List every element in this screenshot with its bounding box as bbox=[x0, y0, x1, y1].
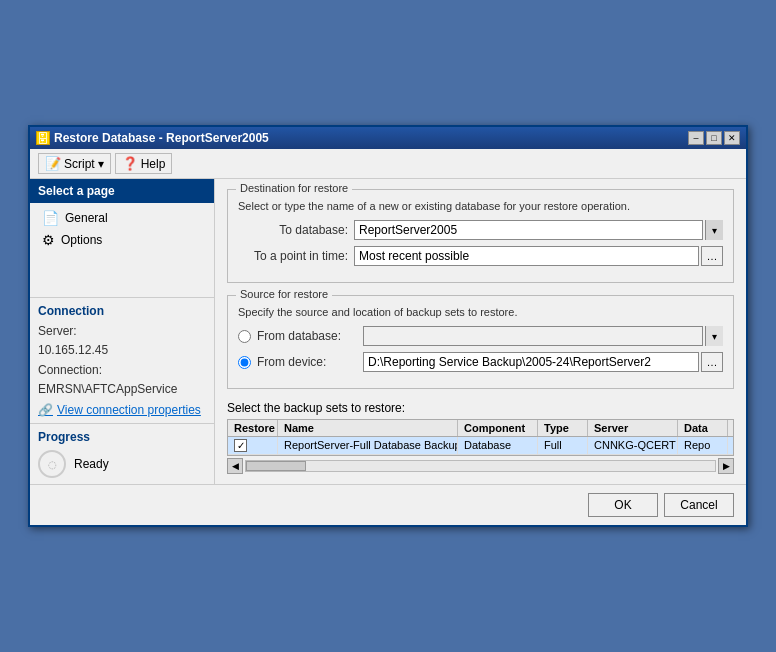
backup-sets-section: Select the backup sets to restore: Resto… bbox=[227, 401, 734, 474]
to-database-row: To database: ReportServer2005 ▾ bbox=[238, 220, 723, 240]
table-header: Restore Name Component Type Server Data bbox=[228, 420, 733, 437]
server-label: Server: bbox=[38, 322, 206, 341]
td-type: Full bbox=[538, 437, 588, 454]
select-page-header: Select a page bbox=[30, 179, 214, 203]
connection-link-label: View connection properties bbox=[57, 403, 201, 417]
th-restore: Restore bbox=[228, 420, 278, 436]
td-data: Repo bbox=[678, 437, 728, 454]
from-database-row: From database: ▾ bbox=[238, 326, 723, 346]
to-database-value: ReportServer2005 bbox=[359, 223, 457, 237]
destination-description: Select or type the name of a new or exis… bbox=[238, 200, 723, 212]
table-body: ReportServer-Full Database Backup Databa… bbox=[228, 437, 733, 455]
from-device-browse-button[interactable]: … bbox=[701, 352, 723, 372]
options-icon: ⚙ bbox=[42, 232, 55, 248]
from-database-dropdown[interactable] bbox=[363, 326, 703, 346]
general-label: General bbox=[65, 211, 108, 225]
to-point-in-time-row: To a point in time: … bbox=[238, 246, 723, 266]
th-name: Name bbox=[278, 420, 458, 436]
window-icon: 🗄 bbox=[36, 131, 50, 145]
from-device-input[interactable] bbox=[363, 352, 699, 372]
connection-label: Connection: bbox=[38, 361, 206, 380]
destination-section: Destination for restore Select or type t… bbox=[227, 189, 734, 283]
source-description: Specify the source and location of backu… bbox=[238, 306, 723, 318]
td-restore bbox=[228, 437, 278, 454]
table-row: ReportServer-Full Database Backup Databa… bbox=[228, 437, 733, 455]
title-bar: 🗄 Restore Database - ReportServer2005 – … bbox=[30, 127, 746, 149]
script-icon: 📝 bbox=[45, 156, 61, 171]
to-point-label: To a point in time: bbox=[238, 249, 348, 263]
title-bar-left: 🗄 Restore Database - ReportServer2005 bbox=[36, 131, 269, 145]
th-data: Data bbox=[678, 420, 728, 436]
scroll-left-arrow[interactable]: ◀ bbox=[227, 458, 243, 474]
left-panel: Select a page 📄 General ⚙ Options Connec… bbox=[30, 179, 215, 484]
progress-status: Ready bbox=[74, 457, 109, 471]
backup-sets-label: Select the backup sets to restore: bbox=[227, 401, 734, 415]
from-database-control: ▾ bbox=[363, 326, 723, 346]
td-component: Database bbox=[458, 437, 538, 454]
from-database-arrow: ▾ bbox=[705, 326, 723, 346]
from-device-radio[interactable] bbox=[238, 356, 251, 369]
connection-panel: Connection Server: 10.165.12.45 Connecti… bbox=[30, 297, 214, 423]
scroll-right-arrow[interactable]: ▶ bbox=[718, 458, 734, 474]
progress-content: ◌ Ready bbox=[38, 450, 206, 478]
general-icon: 📄 bbox=[42, 210, 59, 226]
progress-header: Progress bbox=[38, 430, 206, 444]
maximize-button[interactable]: □ bbox=[706, 131, 722, 145]
content-area: Select a page 📄 General ⚙ Options Connec… bbox=[30, 179, 746, 484]
from-device-control: … bbox=[363, 352, 723, 372]
td-server: CNNKG-QCERT bbox=[588, 437, 678, 454]
from-database-radio[interactable] bbox=[238, 330, 251, 343]
to-database-arrow[interactable]: ▾ bbox=[705, 220, 723, 240]
source-legend: Source for restore bbox=[236, 288, 332, 300]
toolbar: 📝 Script ▾ ❓ Help bbox=[30, 149, 746, 179]
server-value: 10.165.12.45 bbox=[38, 341, 206, 360]
connection-value: EMRSN\AFTCAppService bbox=[38, 380, 206, 399]
destination-legend: Destination for restore bbox=[236, 182, 352, 194]
source-section: Source for restore Specify the source an… bbox=[227, 295, 734, 389]
help-icon: ❓ bbox=[122, 156, 138, 171]
th-server: Server bbox=[588, 420, 678, 436]
help-label: Help bbox=[141, 157, 166, 171]
from-device-row: From device: … bbox=[238, 352, 723, 372]
footer: OK Cancel bbox=[30, 484, 746, 525]
window-title: Restore Database - ReportServer2005 bbox=[54, 131, 269, 145]
scrollbar-track[interactable] bbox=[245, 460, 716, 472]
from-database-label: From database: bbox=[257, 329, 357, 343]
horizontal-scrollbar: ◀ ▶ bbox=[227, 458, 734, 474]
nav-items: 📄 General ⚙ Options bbox=[30, 203, 214, 255]
nav-item-options[interactable]: ⚙ Options bbox=[30, 229, 214, 251]
scrollbar-thumb[interactable] bbox=[246, 461, 306, 471]
minimize-button[interactable]: – bbox=[688, 131, 704, 145]
td-name: ReportServer-Full Database Backup bbox=[278, 437, 458, 454]
right-panel: Destination for restore Select or type t… bbox=[215, 179, 746, 484]
ok-button[interactable]: OK bbox=[588, 493, 658, 517]
main-window: 🗄 Restore Database - ReportServer2005 – … bbox=[28, 125, 748, 527]
view-connection-link[interactable]: 🔗 View connection properties bbox=[38, 403, 206, 417]
th-component: Component bbox=[458, 420, 538, 436]
script-dropdown-arrow: ▾ bbox=[98, 157, 104, 171]
to-point-browse-button[interactable]: … bbox=[701, 246, 723, 266]
script-label: Script bbox=[64, 157, 95, 171]
to-point-control: … bbox=[354, 246, 723, 266]
title-buttons: – □ ✕ bbox=[688, 131, 740, 145]
connection-link-icon: 🔗 bbox=[38, 403, 53, 417]
connection-info: Server: 10.165.12.45 Connection: EMRSN\A… bbox=[38, 322, 206, 399]
options-label: Options bbox=[61, 233, 102, 247]
from-device-label: From device: bbox=[257, 355, 357, 369]
backup-table-container: Restore Name Component Type Server Data … bbox=[227, 419, 734, 456]
to-database-label: To database: bbox=[238, 223, 348, 237]
to-database-dropdown[interactable]: ReportServer2005 bbox=[354, 220, 703, 240]
nav-item-general[interactable]: 📄 General bbox=[30, 207, 214, 229]
cancel-button[interactable]: Cancel bbox=[664, 493, 734, 517]
close-button[interactable]: ✕ bbox=[724, 131, 740, 145]
progress-panel: Progress ◌ Ready bbox=[30, 423, 214, 484]
help-button[interactable]: ❓ Help bbox=[115, 153, 173, 174]
connection-header: Connection bbox=[38, 304, 206, 318]
to-point-input[interactable] bbox=[354, 246, 699, 266]
th-type: Type bbox=[538, 420, 588, 436]
to-database-control: ReportServer2005 ▾ bbox=[354, 220, 723, 240]
progress-spinner: ◌ bbox=[38, 450, 66, 478]
script-button[interactable]: 📝 Script ▾ bbox=[38, 153, 111, 174]
restore-checkbox[interactable] bbox=[234, 439, 247, 452]
